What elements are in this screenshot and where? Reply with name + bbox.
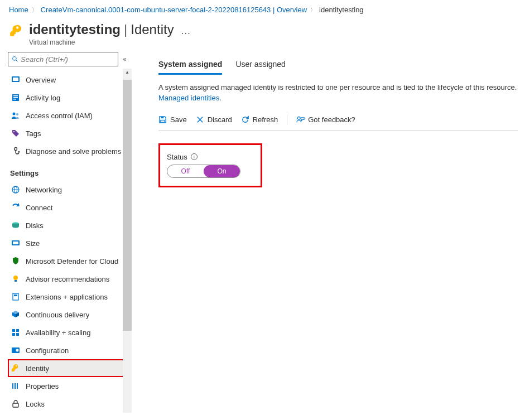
breadcrumb-home[interactable]: Home: [9, 6, 28, 14]
svg-rect-25: [12, 383, 13, 389]
sidebar-item-connect[interactable]: Connect: [8, 199, 132, 216]
scroll-up-icon[interactable]: ▲: [123, 69, 132, 76]
connect-icon: [11, 203, 20, 212]
chevron-right-icon: 〉: [310, 6, 316, 14]
lock-icon: [11, 399, 20, 408]
sidebar-item-disks[interactable]: Disks: [8, 216, 132, 234]
sidebar-item-defender[interactable]: Microsoft Defender for Cloud: [8, 252, 132, 270]
description: A system assigned managed identity is re…: [158, 83, 518, 104]
overview-icon: [11, 75, 20, 84]
svg-point-31: [298, 117, 301, 120]
save-icon: [158, 115, 167, 124]
networking-icon: [11, 185, 20, 194]
sidebar-item-availability[interactable]: Availability + scaling: [8, 324, 132, 341]
svg-rect-30: [161, 117, 164, 119]
refresh-button[interactable]: Refresh: [241, 115, 278, 124]
collapse-sidebar-button[interactable]: «: [123, 55, 127, 63]
size-icon: [11, 239, 20, 248]
svg-point-24: [16, 349, 19, 352]
svg-rect-29: [161, 120, 165, 123]
info-icon[interactable]: i: [191, 153, 198, 160]
sidebar-item-continuous-delivery[interactable]: Continuous delivery: [8, 306, 132, 324]
page-title: identitytesting: [29, 22, 121, 37]
tags-icon: [11, 129, 20, 138]
svg-rect-6: [13, 97, 18, 98]
svg-rect-7: [13, 99, 16, 100]
sidebar-item-diagnose[interactable]: Diagnose and solve problems: [8, 142, 132, 160]
svg-point-0: [13, 57, 17, 61]
search-input[interactable]: [8, 52, 118, 66]
svg-rect-22: [14, 295, 17, 296]
identity-icon: [11, 364, 20, 373]
sidebar-item-tags[interactable]: Tags: [8, 124, 132, 142]
disks-icon: [11, 221, 20, 230]
breadcrumb-parent[interactable]: CreateVm-canonical.0001-com-ubuntu-serve…: [41, 6, 307, 14]
sidebar-item-overview[interactable]: Overview: [8, 71, 132, 89]
svg-rect-26: [15, 383, 16, 389]
tab-user-assigned[interactable]: User assigned: [235, 55, 286, 75]
key-icon: [9, 24, 23, 38]
svg-rect-20: [15, 280, 17, 282]
advisor-icon: [11, 274, 20, 283]
scrollbar[interactable]: ▲: [123, 69, 132, 413]
svg-rect-28: [13, 403, 18, 407]
svg-point-19: [13, 276, 18, 280]
feedback-icon: [296, 115, 305, 124]
svg-rect-21: [13, 293, 18, 300]
configuration-icon: [11, 346, 20, 355]
svg-point-12: [18, 151, 20, 152]
status-label: Status: [167, 153, 187, 161]
toggle-on[interactable]: On: [204, 165, 240, 177]
search-icon: [12, 56, 18, 62]
svg-point-10: [13, 131, 15, 132]
sidebar-item-configuration[interactable]: Configuration: [8, 341, 132, 359]
sidebar-item-networking[interactable]: Networking: [8, 181, 132, 199]
tab-system-assigned[interactable]: System assigned: [158, 55, 222, 75]
breadcrumb-current: identitytesting: [319, 6, 364, 14]
sidebar-item-identity[interactable]: Identity: [8, 359, 132, 377]
scrollbar-thumb[interactable]: [123, 80, 132, 331]
sidebar-item-extensions[interactable]: Extensions + applications: [8, 288, 132, 306]
toggle-off[interactable]: Off: [167, 165, 204, 177]
svg-rect-3: [13, 78, 18, 81]
svg-point-11: [15, 148, 17, 151]
diagnose-icon: [11, 147, 20, 156]
refresh-icon: [241, 115, 249, 124]
extensions-icon: [11, 292, 20, 301]
page-header: identitytesting | Identity … Virtual mac…: [0, 20, 520, 52]
status-block: Status i Off On: [158, 143, 262, 187]
sidebar-section-settings: Settings: [8, 160, 132, 181]
chevron-right-icon: 〉: [32, 6, 37, 14]
tablist: System assigned User assigned: [158, 55, 518, 75]
svg-line-1: [16, 60, 18, 62]
sidebar-item-iam[interactable]: Access control (IAM): [8, 107, 132, 124]
sidebar-item-advisor[interactable]: Advisor recommendations: [8, 270, 132, 288]
breadcrumb: Home 〉 CreateVm-canonical.0001-com-ubunt…: [0, 0, 520, 20]
activity-log-icon: [11, 93, 20, 102]
svg-rect-5: [13, 95, 18, 96]
resource-type: Virtual machine: [29, 38, 191, 46]
status-toggle[interactable]: Off On: [167, 165, 240, 178]
main-content: System assigned User assigned A system a…: [132, 52, 520, 413]
discard-button[interactable]: Discard: [196, 115, 232, 124]
availability-icon: [11, 328, 20, 337]
feedback-button[interactable]: Got feedback?: [296, 115, 355, 124]
iam-icon: [11, 111, 20, 120]
sidebar-item-properties[interactable]: Properties: [8, 377, 132, 395]
cd-icon: [11, 310, 20, 319]
save-button[interactable]: Save: [158, 115, 187, 124]
toolbar: Save Discard Refresh Got feedback?: [158, 113, 518, 131]
sidebar-item-activity-log[interactable]: Activity log: [8, 89, 132, 107]
svg-point-8: [13, 113, 16, 115]
svg-point-9: [16, 113, 18, 115]
properties-icon: [11, 382, 20, 390]
sidebar: « Overview Activity log Access control (…: [0, 52, 132, 413]
svg-rect-18: [13, 242, 18, 244]
sidebar-item-locks[interactable]: Locks: [8, 395, 132, 413]
shield-icon: [11, 257, 20, 265]
managed-identities-link[interactable]: Managed identities: [158, 94, 219, 102]
blade-title: Identity: [131, 22, 174, 37]
svg-rect-27: [17, 383, 18, 389]
more-button[interactable]: …: [181, 25, 191, 37]
sidebar-item-size[interactable]: Size: [8, 234, 132, 252]
